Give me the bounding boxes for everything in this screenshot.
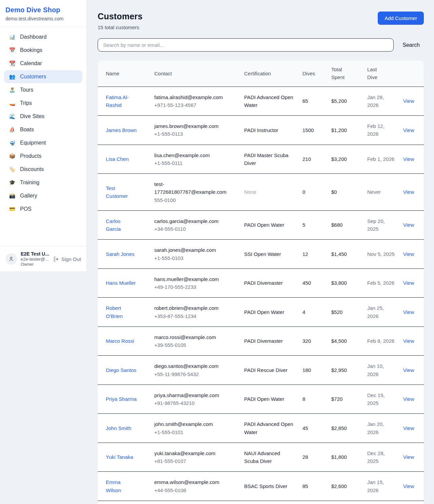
- contact-cell: robert.obrien@example.com+353-87-555-123…: [150, 298, 240, 327]
- sidebar-item-boats[interactable]: ⛵Boats: [4, 123, 82, 136]
- app-domain: demo.test.divestreams.com: [5, 16, 81, 21]
- search-button[interactable]: Search: [398, 39, 424, 51]
- column-header-contact: Contact: [150, 60, 240, 87]
- brand: Demo Dive Shop demo.test.divestreams.com: [0, 0, 86, 27]
- sidebar-item-products[interactable]: 📦Products: [4, 150, 82, 163]
- customer-name-link[interactable]: Test Customer: [106, 184, 137, 200]
- last-dive-cell: Never: [363, 174, 399, 211]
- customer-name-link[interactable]: John Smith: [106, 424, 131, 432]
- gallery-icon: 📸: [9, 193, 16, 199]
- total-spent-cell: $2,950: [327, 356, 363, 385]
- sidebar-item-gallery[interactable]: 📸Gallery: [4, 189, 82, 202]
- sidebar-item-discounts[interactable]: 🏷️Discounts: [4, 163, 82, 176]
- customer-name-link[interactable]: Fatima Al-Rashid: [106, 93, 137, 109]
- customer-name-link[interactable]: Carlos Garcia: [106, 217, 137, 233]
- view-link[interactable]: View: [403, 127, 414, 133]
- customer-email: james.brown@example.com: [154, 122, 236, 130]
- sidebar-item-trips[interactable]: 🚤Trips: [4, 97, 82, 110]
- certification-value: PADI Divemaster: [244, 338, 283, 344]
- page-title: Customers: [98, 12, 142, 21]
- sidebar-item-label: Gallery: [20, 193, 37, 199]
- total-spent-cell: $1,800: [327, 443, 363, 472]
- table-row: Priya Sharmapriya.sharma@example.com+91-…: [98, 385, 424, 414]
- view-link[interactable]: View: [403, 309, 414, 315]
- actions-cell: View: [399, 501, 424, 504]
- sign-out-button[interactable]: Sign Out: [53, 256, 81, 262]
- sidebar-item-pos[interactable]: 💳POS: [4, 203, 82, 216]
- customer-name-link[interactable]: Hans Mueller: [106, 279, 136, 287]
- name-cell: Robert O'Brien: [98, 298, 150, 327]
- view-link[interactable]: View: [403, 367, 414, 373]
- view-link[interactable]: View: [403, 280, 414, 286]
- certification-value: PADI Advanced Open Water: [244, 94, 293, 108]
- customer-phone: +971-55-123-4567: [154, 101, 236, 109]
- certification-cell: PADI Open Water: [240, 210, 298, 240]
- actions-cell: View: [399, 385, 424, 414]
- add-customer-button[interactable]: Add Customer: [378, 12, 424, 25]
- sidebar-item-tours[interactable]: 🏝️Tours: [4, 83, 82, 96]
- view-link[interactable]: View: [403, 98, 414, 104]
- sidebar-item-customers[interactable]: 👥Customers: [4, 70, 82, 83]
- contact-cell: james.brown@example.com+1-555-0113: [150, 116, 240, 145]
- customer-name-link[interactable]: James Brown: [106, 126, 137, 134]
- column-header-label: Name: [106, 71, 119, 76]
- certification-cell: PADI Open Water: [240, 298, 298, 327]
- customer-name-link[interactable]: Marco Rossi: [106, 337, 134, 345]
- customer-name-link[interactable]: Sarah Jones: [106, 250, 134, 258]
- last-dive-cell: Sep 20, 2025: [363, 210, 399, 240]
- total-spent-cell: $3,800: [327, 268, 363, 298]
- customer-name-link[interactable]: Lisa Chen: [106, 155, 129, 163]
- actions-cell: View: [399, 210, 424, 240]
- search-bar: Search: [98, 38, 424, 52]
- name-cell: John Smith: [98, 414, 150, 443]
- customers-icon: 👥: [9, 74, 16, 80]
- customer-name-link[interactable]: Emma Wilson: [106, 478, 137, 494]
- tours-icon: 🏝️: [9, 87, 16, 93]
- sidebar-item-label: Tours: [20, 87, 33, 93]
- sidebar-item-calendar[interactable]: 📆Calendar: [4, 57, 82, 70]
- view-link[interactable]: View: [403, 189, 414, 195]
- sidebar-item-dashboard[interactable]: 📊Dashboard: [4, 31, 82, 43]
- sidebar-item-training[interactable]: 🎓Training: [4, 176, 82, 189]
- search-input[interactable]: [98, 38, 394, 52]
- view-link[interactable]: View: [403, 156, 414, 162]
- name-cell: Lisa Chen: [98, 145, 150, 174]
- total-spent-cell: $0: [327, 174, 363, 211]
- total-spent-cell: $2,100: [327, 501, 363, 504]
- total-spent-cell: $720: [327, 385, 363, 414]
- sidebar-item-label: Training: [20, 180, 39, 186]
- main-content: Customers 15 total customers Add Custome…: [87, 0, 434, 504]
- certification-cell: SSI Open Water: [240, 240, 298, 269]
- last-dive-cell: Jan 10, 2026: [363, 356, 399, 385]
- customer-phone: +1-555-0111: [154, 159, 236, 167]
- name-cell: Fatima Al-Rashid: [98, 87, 150, 116]
- view-link[interactable]: View: [403, 425, 414, 431]
- certification-cell: PADI Instructor: [240, 116, 298, 145]
- sidebar-item-label: Boats: [20, 127, 34, 133]
- name-cell: Diego Santos: [98, 356, 150, 385]
- view-link[interactable]: View: [403, 483, 414, 489]
- total-spent-cell: $520: [327, 298, 363, 327]
- view-link[interactable]: View: [403, 222, 414, 228]
- calendar-icon: 📆: [9, 60, 16, 67]
- user-name: E2E Test U...: [21, 251, 49, 257]
- view-link[interactable]: View: [403, 251, 414, 257]
- name-cell: Test Customer: [98, 174, 150, 211]
- view-link[interactable]: View: [403, 396, 414, 402]
- customer-name-link[interactable]: Diego Santos: [106, 366, 136, 374]
- sidebar-item-dive-sites[interactable]: 🌊Dive Sites: [4, 110, 82, 123]
- customer-name-link[interactable]: Yuki Tanaka: [106, 453, 133, 461]
- customer-email: john.smith@example.com: [154, 420, 236, 428]
- customer-name-link[interactable]: Robert O'Brien: [106, 304, 137, 320]
- sidebar-item-equipment[interactable]: 🤿Equipment: [4, 136, 82, 149]
- last-dive-cell: Jan 25, 2026: [363, 298, 399, 327]
- view-link[interactable]: View: [403, 454, 414, 460]
- certification-cell: PADI Advanced Open Water: [240, 414, 298, 443]
- contact-cell: sarah.jones@example.com+1-555-0103: [150, 240, 240, 269]
- table-row: Fatima Al-Rashidfatima.alrashid@example.…: [98, 87, 424, 116]
- customer-name-link[interactable]: Priya Sharma: [106, 395, 137, 403]
- certification-cell: PADI Divemaster: [240, 268, 298, 298]
- customer-phone: +49-170-555-2233: [154, 283, 236, 291]
- sidebar-item-bookings[interactable]: 📅Bookings: [4, 44, 82, 57]
- view-link[interactable]: View: [403, 338, 414, 344]
